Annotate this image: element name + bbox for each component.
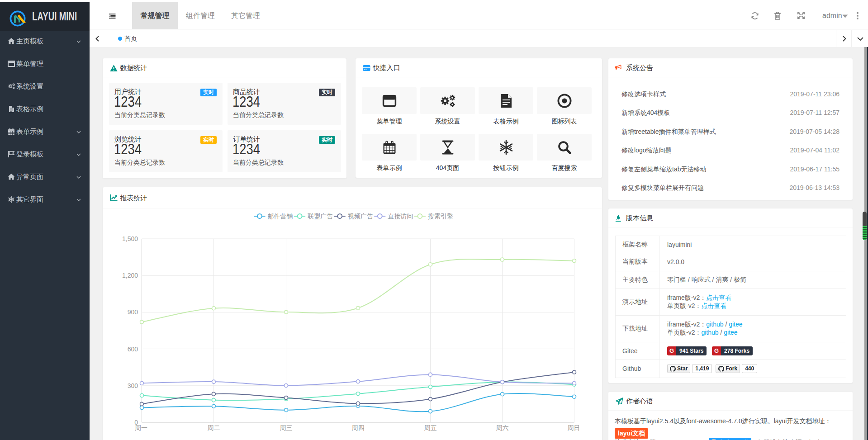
svg-text:搜索引擎: 搜索引擎	[427, 213, 453, 220]
svg-text:周日: 周日	[567, 424, 580, 431]
svg-text:视频广告: 视频广告	[347, 213, 373, 220]
svg-text:1,200: 1,200	[122, 272, 138, 279]
svg-text:联盟广告: 联盟广告	[308, 213, 333, 220]
svg-text:900: 900	[127, 308, 138, 316]
svg-text:周五: 周五	[424, 424, 436, 431]
svg-text:周三: 周三	[280, 424, 292, 431]
svg-text:直接访问: 直接访问	[388, 213, 413, 220]
svg-text:邮件营销: 邮件营销	[267, 213, 293, 220]
svg-text:600: 600	[127, 345, 138, 353]
svg-text:300: 300	[127, 382, 138, 389]
svg-text:1,500: 1,500	[122, 235, 138, 242]
svg-text:周四: 周四	[351, 424, 364, 431]
svg-text:周一: 周一	[135, 424, 147, 431]
svg-text:周六: 周六	[496, 424, 508, 431]
svg-text:周二: 周二	[207, 424, 220, 431]
